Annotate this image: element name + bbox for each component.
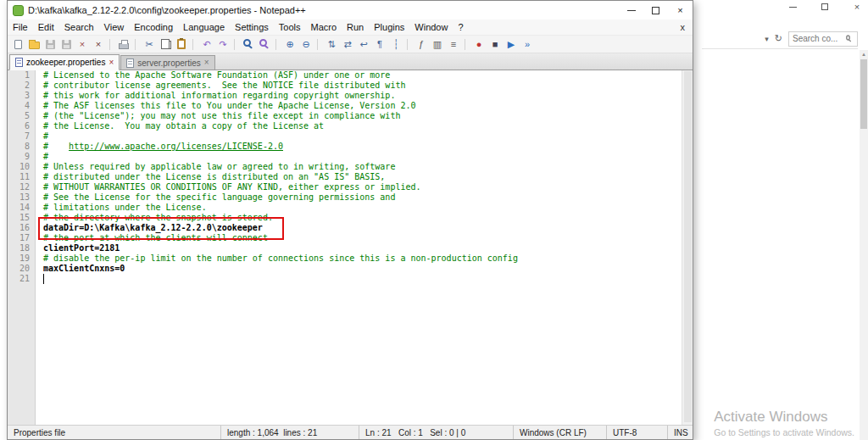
sync-vertical-scroll-icon[interactable]: ⇅ bbox=[324, 36, 339, 52]
minimize-icon[interactable] bbox=[787, 1, 798, 13]
tab-close-icon[interactable]: × bbox=[204, 58, 209, 67]
editor-line[interactable]: 14# limitations under the License. bbox=[8, 203, 682, 213]
scrollbar-thumb[interactable] bbox=[860, 59, 867, 129]
editor-area[interactable]: 1# Licensed to the Apache Software Found… bbox=[8, 70, 693, 425]
redo-icon[interactable]: ↷ bbox=[215, 36, 231, 52]
editor-line[interactable]: 2# contributor license agreements. See t… bbox=[8, 81, 682, 91]
menu-settings[interactable]: Settings bbox=[230, 22, 274, 32]
paste-icon[interactable] bbox=[174, 36, 189, 52]
open-folder-icon[interactable] bbox=[26, 36, 42, 52]
maximize-button[interactable] bbox=[643, 1, 668, 19]
line-number: 2 bbox=[8, 81, 36, 91]
status-encoding[interactable]: UTF-8 bbox=[606, 426, 667, 439]
menu-view[interactable]: View bbox=[99, 22, 130, 32]
menu-search[interactable]: Search bbox=[59, 22, 99, 32]
scroll-up-icon[interactable]: ▴ bbox=[860, 50, 868, 58]
macro-run-multiple-icon[interactable]: » bbox=[520, 36, 535, 52]
editor-line[interactable]: 21 bbox=[8, 274, 682, 284]
editor-line[interactable]: 13# See the License for the specific lan… bbox=[8, 192, 682, 203]
menu-macro[interactable]: Macro bbox=[305, 22, 342, 32]
editor-line[interactable]: 4# The ASF licenses this file to You und… bbox=[8, 101, 682, 111]
zoom-in-icon[interactable]: ⊕ bbox=[282, 36, 298, 52]
explorer-scrollbar[interactable]: ▴ bbox=[860, 50, 868, 440]
toolbar-separator bbox=[275, 39, 279, 50]
editor-line[interactable]: 5# (the "License"); you may not use this… bbox=[8, 111, 682, 121]
editor-line[interactable]: 6# the License. You may obtain a copy of… bbox=[8, 121, 682, 131]
line-number: 15 bbox=[8, 213, 36, 223]
macro-record-icon[interactable]: ● bbox=[471, 36, 487, 52]
tab-zookeeper.properties[interactable]: zookeeper.properties× bbox=[9, 54, 120, 70]
editor-line[interactable]: 18clientPort=2181 bbox=[8, 243, 682, 253]
restore-icon[interactable] bbox=[819, 1, 831, 13]
close-all-docs-icon[interactable]: × bbox=[91, 36, 106, 52]
line-number: 13 bbox=[8, 192, 36, 203]
line-number: 11 bbox=[8, 172, 36, 182]
new-file-icon[interactable] bbox=[10, 36, 25, 52]
menu-edit[interactable]: Edit bbox=[33, 22, 59, 32]
menu-file[interactable]: File bbox=[8, 22, 33, 32]
copy-icon[interactable] bbox=[158, 36, 173, 52]
toolbar-separator bbox=[192, 39, 196, 50]
editor-line[interactable]: 10# Unless required by applicable law or… bbox=[8, 162, 682, 172]
replace-icon[interactable] bbox=[257, 36, 272, 52]
license-url-link[interactable]: http://www.apache.org/licenses/LICENSE-2… bbox=[69, 142, 283, 151]
tab-close-icon[interactable]: × bbox=[108, 58, 114, 67]
macro-play-icon[interactable]: ▶ bbox=[504, 36, 519, 52]
show-all-characters-icon[interactable]: ¶ bbox=[372, 36, 387, 52]
toolbar-separator bbox=[135, 39, 138, 50]
save-all-icon[interactable] bbox=[58, 36, 74, 52]
chevron-down-icon[interactable]: ▾ bbox=[765, 35, 769, 43]
line-number: 3 bbox=[8, 91, 36, 101]
close-button[interactable]: × bbox=[668, 1, 693, 19]
cut-icon[interactable]: ✂ bbox=[142, 36, 157, 52]
editor-line[interactable]: 1# Licensed to the Apache Software Found… bbox=[8, 70, 682, 81]
line-number: 8 bbox=[8, 142, 36, 152]
menu-window[interactable]: Window bbox=[409, 22, 453, 32]
save-icon[interactable] bbox=[42, 36, 58, 52]
editor-line[interactable]: 20maxClientCnxns=0 bbox=[8, 264, 682, 274]
editor-line[interactable]: 11# distributed under the License is dis… bbox=[8, 172, 682, 182]
menu-encoding[interactable]: Encoding bbox=[129, 22, 178, 32]
menu-plugins[interactable]: Plugins bbox=[369, 22, 409, 32]
zoom-out-icon[interactable]: ⊖ bbox=[298, 36, 314, 52]
toolbar: ××✂↶↷⊕⊖⇅⇄↩¶┆ƒ▥≡●■▶» bbox=[8, 36, 693, 53]
editor-scrollbar[interactable] bbox=[682, 70, 693, 425]
print-icon[interactable] bbox=[116, 36, 131, 52]
editor-scrollbar-thumb[interactable] bbox=[684, 71, 692, 422]
tab-label: zookeeper.properties bbox=[26, 58, 105, 67]
word-wrap-icon[interactable]: ↩ bbox=[356, 36, 371, 52]
minimize-button[interactable] bbox=[619, 1, 643, 19]
line-number: 4 bbox=[8, 101, 36, 111]
explorer-search-box[interactable] bbox=[788, 31, 858, 47]
editor-line[interactable]: 9# bbox=[8, 152, 682, 162]
menu-language[interactable]: Language bbox=[178, 22, 230, 32]
undo-icon[interactable]: ↶ bbox=[199, 36, 214, 52]
indent-guide-icon[interactable]: ┆ bbox=[388, 36, 403, 52]
refresh-icon[interactable]: ↻ bbox=[775, 33, 782, 44]
status-eol-format[interactable]: Windows (CR LF) bbox=[513, 426, 606, 439]
find-icon[interactable] bbox=[241, 36, 256, 52]
document-switcher-icon[interactable]: ≡ bbox=[446, 36, 461, 52]
toolbar-separator bbox=[317, 39, 320, 50]
editor-line[interactable]: 3# this work for additional information … bbox=[8, 91, 682, 101]
menu-tools[interactable]: Tools bbox=[274, 22, 306, 32]
menu-run[interactable]: Run bbox=[342, 22, 369, 32]
line-number: 7 bbox=[8, 131, 36, 142]
status-insert-mode[interactable]: INS bbox=[667, 426, 693, 439]
close-doc-icon[interactable]: × bbox=[75, 36, 90, 52]
line-number: 16 bbox=[8, 223, 36, 233]
editor-line[interactable]: 19# disable the per-ip limit on the numb… bbox=[8, 253, 682, 264]
close-icon[interactable]: × bbox=[851, 1, 863, 13]
sync-horizontal-scroll-icon[interactable]: ⇄ bbox=[340, 36, 355, 52]
status-doc-type: Properties file bbox=[8, 426, 220, 439]
menu-help[interactable]: ? bbox=[453, 22, 468, 32]
macro-stop-icon[interactable]: ■ bbox=[487, 36, 503, 52]
editor-line[interactable]: 7# bbox=[8, 131, 682, 142]
explorer-search-input[interactable] bbox=[793, 34, 842, 43]
tab-server.properties[interactable]: server.properties× bbox=[120, 55, 214, 70]
document-map-icon[interactable]: ▥ bbox=[430, 36, 445, 52]
menu-close-button[interactable]: x bbox=[673, 22, 693, 32]
editor-line[interactable]: 12# WITHOUT WARRANTIES OR CONDITIONS OF … bbox=[8, 182, 682, 192]
editor-line[interactable]: 8# http://www.apache.org/licenses/LICENS… bbox=[8, 142, 682, 152]
function-list-icon[interactable]: ƒ bbox=[414, 36, 429, 52]
